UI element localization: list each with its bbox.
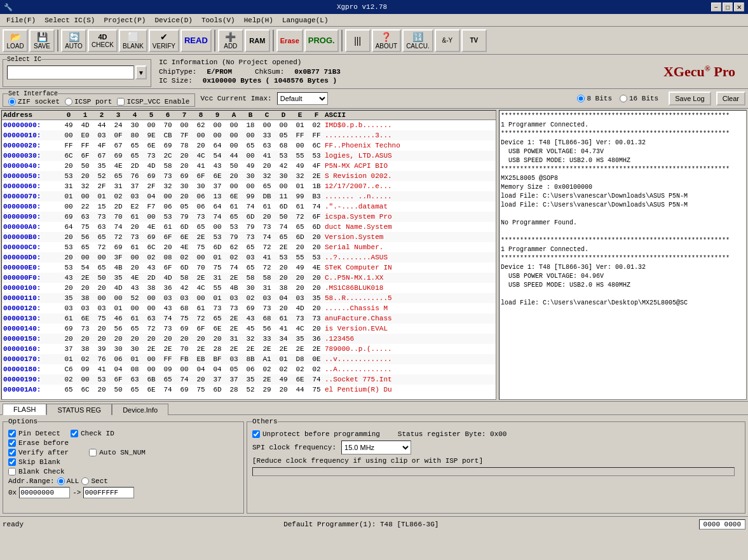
ic-barcode-button[interactable]: ||| [345, 29, 371, 52]
ram-button[interactable]: RAM [245, 29, 270, 52]
pin-detect-checkbox[interactable] [8, 430, 16, 437]
auto-sn-label[interactable]: Auto SN_NUM [89, 449, 146, 456]
hex-addr: 00000110: [3, 293, 60, 303]
verify-button[interactable]: ✔ VERIFY [149, 29, 179, 52]
blank-button[interactable]: ⬜ BLANK [119, 29, 147, 52]
pin-detect-label[interactable]: Pin Detect [8, 430, 60, 437]
clear-button[interactable]: Clear [716, 92, 745, 106]
addr-to-input[interactable] [83, 487, 134, 498]
chksum-label: ChkSum: [255, 68, 284, 76]
hex-byte: 20 [308, 283, 325, 293]
hex-byte: 41 [193, 161, 209, 171]
all-radio[interactable] [57, 477, 65, 485]
hex-byte: 4E [126, 273, 143, 283]
table-row: 00000130:616E75466163747572652E436861737… [2, 313, 496, 324]
skip-blank-checkbox[interactable] [8, 458, 16, 466]
load-button[interactable]: 📂 LOAD [3, 29, 28, 52]
others-legend: Others [252, 418, 278, 425]
bits8-radio-label[interactable]: 8 Bits [577, 95, 612, 102]
auto-button[interactable]: 🔄 AUTO [61, 29, 86, 52]
spi-select[interactable]: 15.0 MHz 10.0 MHz 5.0 MHz [341, 440, 411, 454]
bits16-radio-label[interactable]: 16 Bits [620, 95, 658, 102]
hex-byte: 2E [259, 374, 275, 385]
auto-sn-checkbox[interactable] [89, 449, 97, 456]
tab-device-info[interactable]: Device.Info [112, 404, 168, 415]
hex-byte: 70 [193, 263, 209, 273]
menu-help[interactable]: Help(H) [240, 15, 277, 25]
menu-tools[interactable]: Tools(V) [198, 15, 239, 25]
menu-device[interactable]: Device(D) [151, 15, 196, 25]
blank-check-checkbox[interactable] [8, 468, 16, 475]
addr-from-input[interactable] [19, 487, 70, 498]
save-button[interactable]: 💾 SAVE [29, 29, 55, 52]
hex-byte: 05 [275, 130, 292, 140]
hex-byte: 30 [110, 344, 126, 354]
erase-before-label[interactable]: Erase before [8, 439, 69, 447]
zif-socket-radio[interactable] [8, 98, 16, 106]
unprotect-label[interactable]: Unprotect before programming [252, 430, 380, 438]
verify-after-checkbox[interactable] [8, 449, 16, 456]
hex-byte: 6E [143, 140, 160, 151]
hex-byte: 2F [143, 181, 160, 191]
check-id-checkbox[interactable] [71, 430, 78, 437]
sect-radio[interactable] [81, 477, 89, 485]
hex-byte: 2E [193, 232, 209, 242]
erase-before-checkbox[interactable] [8, 439, 16, 447]
menu-file[interactable]: File(F) [3, 15, 39, 25]
tv-button[interactable]: TV [461, 29, 487, 52]
vcc-select[interactable]: Default [277, 92, 328, 105]
ic-selector-input[interactable]: MX25L8005 @SOP8 [7, 65, 134, 79]
table-row: 000000D0:2000003F00020802000102034153555… [2, 252, 496, 263]
calcu-button[interactable]: 🔢 CALCU. [402, 29, 433, 52]
tab-status-reg[interactable]: STATUS REG [46, 404, 112, 415]
icsp-port-radio[interactable] [65, 98, 72, 106]
hex-byte: 06 [193, 201, 209, 212]
blank-check-label[interactable]: Blank Check [8, 468, 65, 475]
ic-dropdown-button[interactable]: ▼ [135, 65, 147, 79]
hex-byte: 74 [226, 263, 242, 273]
sect-radio-label[interactable]: Sect [81, 477, 107, 485]
prog-button[interactable]: PROG. [304, 29, 339, 52]
xy-button[interactable]: &-Y [435, 29, 460, 52]
unprotect-checkbox[interactable] [252, 430, 260, 438]
hex-byte: 65 [226, 212, 242, 222]
about-button[interactable]: ❓ ABOUT [372, 29, 401, 52]
menu-select-ic[interactable]: Select IC(S) [41, 15, 99, 25]
hex-byte: 00 [275, 120, 292, 130]
hex-byte: 20 [292, 273, 308, 283]
hex-ascii: P5N-MX ACPI BIO [325, 161, 407, 171]
verify-after-label[interactable]: Verify after [8, 449, 69, 456]
add-label: ADD [224, 43, 237, 50]
hex-byte: 58 [242, 273, 259, 283]
check-id-label[interactable]: Check ID [71, 430, 114, 437]
skip-blank-label[interactable]: Skip Blank [8, 458, 60, 466]
add-button[interactable]: ➕ ADD [218, 29, 243, 52]
icsp-vcc-checkbox[interactable] [117, 98, 125, 106]
bits8-radio[interactable] [577, 95, 585, 102]
hex-scroll[interactable]: 00000000:494D442430007000620000180000010… [2, 120, 496, 399]
menu-project[interactable]: Project(P) [100, 15, 149, 25]
check-button[interactable]: 4D CHECK [88, 29, 118, 52]
hex-byte: 46 [110, 313, 126, 324]
icsp-vcc-checkbox-label[interactable]: ICSP_VCC Enable [117, 98, 189, 106]
hex-byte: 37 [209, 181, 226, 191]
zif-socket-radio-label[interactable]: ZIF socket [8, 98, 60, 106]
all-radio-label[interactable]: ALL [57, 477, 79, 485]
read-button[interactable]: READ [180, 29, 212, 52]
save-log-button[interactable]: Save Log [669, 92, 711, 106]
status-programmer: Default Programmer(1): T48 [TL866-3G] [24, 521, 699, 528]
erase-button[interactable]: Erase [276, 29, 303, 52]
tab-flash[interactable]: FLASH [3, 404, 46, 415]
menu-language[interactable]: Language(L) [278, 15, 332, 25]
hint-text: [Reduce clock frequency if using clip or… [252, 457, 483, 465]
minimize-button[interactable]: − [711, 3, 721, 11]
icsp-port-radio-label[interactable]: ICSP port [65, 98, 112, 106]
hex-byte: 2E [292, 344, 308, 354]
maximize-button[interactable]: □ [723, 3, 733, 11]
table-row: 00000170:010276060100FFFBEBBF038BA101D80… [2, 354, 496, 364]
log-panel[interactable]: ****************************************… [499, 110, 747, 400]
hex-byte: 2E [242, 344, 259, 354]
close-button[interactable]: ✕ [734, 3, 744, 11]
table-row: 000000A0:64756374204E616D650053797374656… [2, 222, 496, 232]
bits16-radio[interactable] [620, 95, 627, 102]
